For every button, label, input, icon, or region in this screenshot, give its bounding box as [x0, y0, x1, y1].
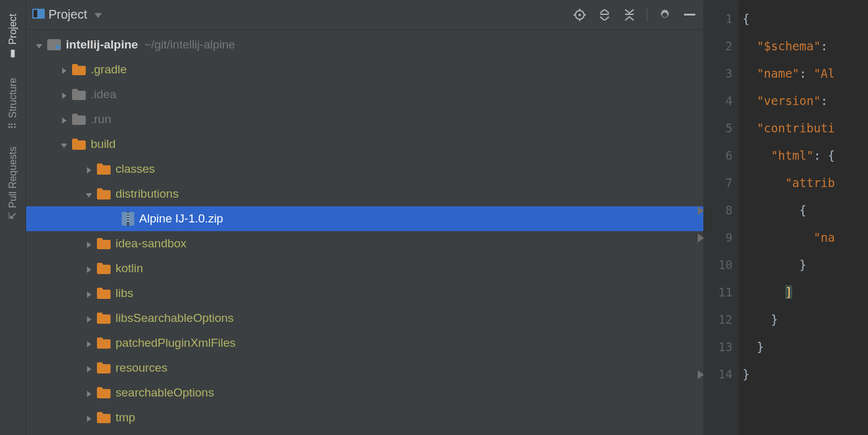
fold-marker-icon[interactable]: [698, 206, 704, 215]
line-number: 8: [704, 196, 733, 224]
folder-icon: [97, 163, 111, 175]
tree-folder[interactable]: tmp: [26, 405, 703, 430]
folder-icon: [97, 412, 111, 423]
chevron-right-icon[interactable]: [85, 239, 94, 249]
chevron-down-icon[interactable]: [85, 189, 94, 199]
code-line[interactable]: }: [742, 306, 835, 333]
line-number: 12: [704, 306, 733, 333]
tree-folder[interactable]: .run: [26, 107, 703, 132]
tab-project[interactable]: ▮ Project: [4, 5, 21, 69]
editor-code[interactable]: { "$schema": "name": "Al "version": "con…: [739, 0, 835, 435]
folder-icon: [72, 114, 86, 125]
line-number: 3: [704, 60, 733, 87]
svg-rect-13: [127, 213, 129, 214]
svg-point-3: [578, 14, 581, 16]
chevron-right-icon[interactable]: [85, 388, 94, 398]
tree-node-label: resources: [116, 361, 167, 375]
code-line[interactable]: }: [742, 333, 835, 360]
dropdown-icon[interactable]: [94, 9, 102, 21]
tree-folder[interactable]: .idea: [26, 82, 703, 107]
code-editor[interactable]: 1234567891011121314 { "$schema": "name":…: [703, 0, 868, 435]
code-line[interactable]: }: [742, 251, 835, 278]
tree-folder[interactable]: libs: [26, 281, 703, 306]
code-line[interactable]: "version":: [742, 87, 835, 114]
chevron-right-icon[interactable]: [85, 363, 94, 373]
code-line[interactable]: "contributi: [742, 114, 835, 142]
tab-pull-requests[interactable]: ↸ Pull Requests: [4, 138, 21, 229]
chevron-right-icon[interactable]: [60, 65, 70, 75]
tree-folder[interactable]: resources: [26, 355, 703, 380]
line-number: 11: [704, 278, 733, 306]
chevron-down-icon[interactable]: [60, 139, 70, 149]
folder-icon: ▮: [7, 48, 19, 60]
tree-folder[interactable]: patchedPluginXmlFiles: [26, 331, 703, 355]
tree-node-label: kotlin: [116, 262, 143, 275]
tab-structure-label: Structure: [7, 78, 19, 118]
tab-pull-requests-label: Pull Requests: [7, 147, 19, 208]
tree-file[interactable]: Alpine IJ-1.0.zip: [26, 206, 703, 231]
tree-root-label: intellij-alpine: [66, 38, 138, 52]
tree-node-label: build: [91, 137, 116, 151]
tree-folder[interactable]: distributions: [26, 181, 703, 206]
structure-icon: ⠿: [7, 122, 19, 129]
line-number: 14: [704, 360, 733, 388]
folder-icon: [72, 64, 86, 75]
chevron-right-icon[interactable]: [85, 288, 94, 298]
project-view-icon: [32, 9, 45, 21]
project-tree[interactable]: intellij-alpine ~/git/intellij-alpine .g…: [26, 30, 703, 435]
tree-node-label: .idea: [91, 88, 116, 101]
folder-icon: [97, 387, 111, 398]
tree-folder[interactable]: searchableOptions: [26, 380, 703, 405]
code-line[interactable]: {: [742, 5, 835, 32]
tab-structure[interactable]: ⠿ Structure: [4, 69, 21, 138]
expand-all-icon[interactable]: [597, 7, 612, 22]
locate-icon[interactable]: [572, 7, 587, 22]
tree-node-label: searchableOptions: [116, 386, 214, 400]
chevron-right-icon[interactable]: [85, 263, 94, 273]
editor-gutter: 1234567891011121314: [704, 0, 739, 435]
chevron-right-icon[interactable]: [85, 164, 94, 174]
tree-folder[interactable]: idea-sandbox: [26, 231, 703, 256]
archive-icon: [122, 212, 134, 226]
tree-folder[interactable]: .gradle: [26, 57, 703, 82]
line-number: 2: [704, 32, 733, 60]
gear-icon[interactable]: [657, 7, 672, 22]
folder-icon: [97, 188, 111, 199]
folder-icon: [97, 362, 111, 373]
chevron-right-icon[interactable]: [85, 338, 94, 348]
code-line[interactable]: "attrib: [742, 169, 835, 196]
svg-rect-15: [127, 218, 129, 219]
hide-icon[interactable]: [682, 7, 697, 22]
tree-root[interactable]: intellij-alpine ~/git/intellij-alpine: [26, 32, 703, 57]
tree-node-label: classes: [116, 162, 155, 176]
fold-marker-icon[interactable]: [698, 370, 704, 379]
project-panel: Project: [26, 0, 703, 435]
tree-folder[interactable]: libsSearchableOptions: [26, 306, 703, 331]
tree-node-label: tmp: [116, 411, 135, 424]
code-line[interactable]: }: [742, 360, 835, 388]
code-line[interactable]: "name": "Al: [742, 60, 835, 87]
code-line[interactable]: "na: [742, 224, 835, 251]
chevron-right-icon[interactable]: [60, 114, 70, 124]
chevron-down-icon[interactable]: [35, 40, 45, 50]
tree-node-label: libsSearchableOptions: [116, 311, 234, 325]
tree-folder[interactable]: kotlin: [26, 256, 703, 281]
collapse-all-icon[interactable]: [622, 7, 637, 22]
code-line[interactable]: ]: [742, 278, 835, 306]
line-number: 1: [704, 5, 733, 32]
chevron-right-icon[interactable]: [85, 313, 94, 323]
tree-folder[interactable]: classes: [26, 157, 703, 181]
tree-folder[interactable]: build: [26, 132, 703, 157]
line-number: 10: [704, 251, 733, 278]
tree-node-label: distributions: [116, 187, 178, 201]
code-line[interactable]: "$schema":: [742, 32, 835, 60]
tool-window-bar: ▮ Project ⠿ Structure ↸ Pull Requests: [0, 0, 26, 435]
code-line[interactable]: "html": {: [742, 142, 835, 169]
fold-marker-icon[interactable]: [698, 234, 704, 242]
line-number: 4: [704, 87, 733, 114]
chevron-right-icon[interactable]: [85, 413, 94, 423]
code-line[interactable]: {: [742, 196, 835, 224]
spacer: [109, 214, 119, 224]
pull-request-icon: ↸: [7, 211, 19, 219]
chevron-right-icon[interactable]: [60, 89, 70, 99]
